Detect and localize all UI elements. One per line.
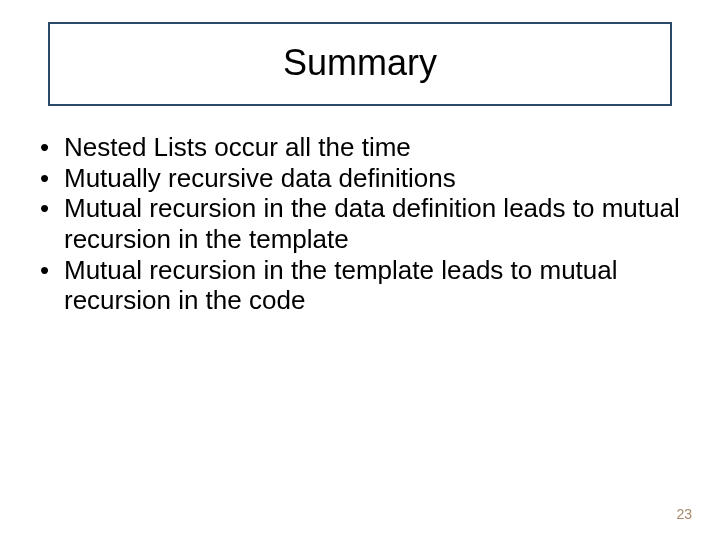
page-number: 23 [676, 506, 692, 522]
title-box: Summary [48, 22, 672, 106]
list-item: Nested Lists occur all the time [30, 132, 690, 163]
slide-title: Summary [60, 42, 660, 84]
list-item: Mutual recursion in the data definition … [30, 193, 690, 254]
list-item: Mutual recursion in the template leads t… [30, 255, 690, 316]
list-item: Mutually recursive data definitions [30, 163, 690, 194]
bullet-list: Nested Lists occur all the time Mutually… [30, 132, 690, 316]
slide-content: Nested Lists occur all the time Mutually… [30, 132, 690, 316]
